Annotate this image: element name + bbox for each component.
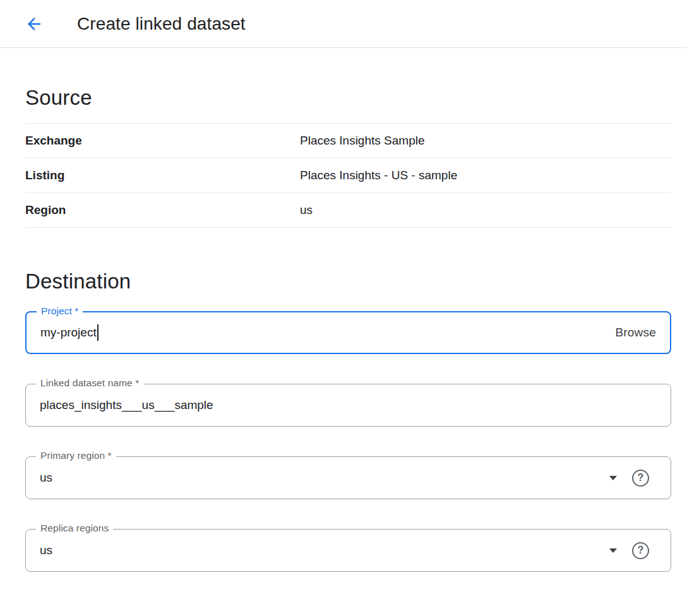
listing-label: Listing <box>25 169 300 182</box>
primary-region-label: Primary region * <box>36 450 116 461</box>
table-row-listing: Listing Places Insights - US - sample <box>25 158 671 193</box>
replica-regions-label: Replica regions <box>36 523 113 534</box>
main-content: Source Exchange Places Insights Sample L… <box>0 86 687 572</box>
arrow-back-icon <box>25 15 44 33</box>
project-field-label: Project * <box>37 305 83 317</box>
replica-regions-field[interactable]: Replica regions us ? <box>25 529 671 572</box>
table-row-region: Region us <box>25 193 671 228</box>
help-icon[interactable]: ? <box>632 542 649 559</box>
linked-dataset-name-label: Linked dataset name * <box>36 377 143 389</box>
text-cursor <box>97 324 99 341</box>
back-button[interactable] <box>21 11 47 37</box>
arrow-drop-down-icon[interactable] <box>609 548 617 553</box>
table-row-exchange: Exchange Places Insights Sample <box>25 124 671 158</box>
destination-section-heading: Destination <box>25 270 671 293</box>
source-table: Exchange Places Insights Sample Listing … <box>25 123 671 228</box>
help-icon[interactable]: ? <box>632 470 649 487</box>
region-label: Region <box>25 203 300 217</box>
replica-regions-value: us <box>40 543 52 557</box>
header: Create linked dataset <box>0 0 687 48</box>
source-section-heading: Source <box>25 86 671 110</box>
arrow-drop-down-icon[interactable] <box>609 476 617 480</box>
primary-region-value: us <box>40 471 52 485</box>
page-title: Create linked dataset <box>77 14 246 34</box>
project-input[interactable]: my-project <box>40 326 97 340</box>
linked-dataset-name-input[interactable]: places_insights___us___sample <box>40 398 213 412</box>
region-value: us <box>300 203 313 217</box>
primary-region-field[interactable]: Primary region * us ? <box>25 456 671 499</box>
exchange-label: Exchange <box>25 134 300 148</box>
exchange-value: Places Insights Sample <box>300 134 425 148</box>
browse-button[interactable]: Browse <box>615 326 656 340</box>
linked-dataset-name-field[interactable]: Linked dataset name * places_insights___… <box>25 384 671 427</box>
listing-value: Places Insights - US - sample <box>300 169 457 182</box>
project-field[interactable]: Project * my-project Browse <box>25 311 671 354</box>
